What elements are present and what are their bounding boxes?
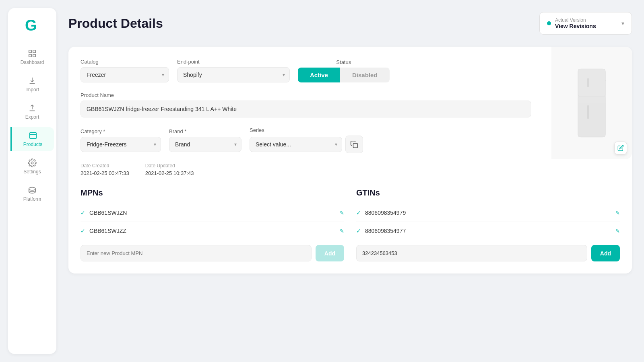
- status-disabled-button[interactable]: Disabled: [340, 68, 390, 82]
- sidebar-label-dashboard: Dashboard: [21, 60, 44, 65]
- category-brand-series-row: Category * Fridge-Freezers ▾ Brand * Bra…: [80, 127, 620, 153]
- svg-rect-2: [33, 50, 35, 53]
- version-text: Actual Version View Revisions: [555, 17, 617, 29]
- svg-rect-1: [29, 50, 31, 53]
- sidebar-item-settings[interactable]: Settings: [10, 154, 54, 179]
- date-updated-label: Date Updated: [145, 163, 194, 169]
- view-revisions-link[interactable]: View Revisions: [555, 23, 617, 29]
- svg-rect-12: [587, 105, 589, 119]
- product-form-card: Catalog Freezer ▾ End-point Shopify ▾: [68, 47, 632, 274]
- version-dot: [547, 21, 551, 25]
- svg-rect-3: [29, 54, 31, 57]
- status-group: Status Active Disabled: [298, 59, 390, 82]
- series-label: Series: [250, 127, 363, 133]
- mpn-add-input[interactable]: [80, 245, 312, 261]
- page-title: Product Details: [68, 16, 163, 31]
- status-active-button[interactable]: Active: [298, 68, 340, 82]
- sidebar-item-dashboard[interactable]: Dashboard: [10, 45, 54, 69]
- catalog-select-wrapper: Freezer ▾: [80, 67, 169, 82]
- brand-group: Brand * Brand ▾: [169, 128, 242, 152]
- sidebar-label-export: Export: [25, 114, 39, 120]
- mpn-item-2: ✓ GBB61SWJZZ ✎: [80, 222, 344, 240]
- gtin-edit-icon-1[interactable]: ✎: [615, 210, 620, 216]
- sidebar-label-settings: Settings: [23, 169, 41, 175]
- gtin-check-icon-1: ✓: [356, 210, 361, 216]
- import-icon: [28, 76, 37, 85]
- sidebar-label-platform: Platform: [23, 196, 41, 202]
- status-label: Status: [298, 59, 390, 65]
- mpn-add-row: Add: [80, 245, 344, 261]
- mpns-gtins-row: MPNs ✓ GBB61SWJZN ✎ ✓ GBB61SWJZZ ✎: [80, 188, 620, 261]
- gtin-item-1: ✓ 8806098354979 ✎: [356, 204, 620, 222]
- dates-row: Date Created 2021-02-25 00:47:33 Date Up…: [80, 163, 620, 176]
- status-toggle: Active Disabled: [298, 68, 390, 82]
- mpn-value-2: GBB61SWJZZ: [89, 228, 126, 234]
- gtin-check-icon-2: ✓: [356, 228, 361, 234]
- sidebar-label-import: Import: [25, 87, 39, 93]
- settings-icon: [28, 158, 37, 167]
- mpn-edit-icon-2[interactable]: ✎: [340, 228, 344, 234]
- svg-point-7: [29, 187, 36, 190]
- date-updated-value: 2021-02-25 10:37:43: [145, 170, 194, 176]
- sidebar-item-platform[interactable]: Platform: [10, 182, 54, 206]
- sidebar-label-products: Products: [23, 142, 42, 147]
- category-group: Category * Fridge-Freezers ▾: [80, 128, 161, 152]
- date-updated-group: Date Updated 2021-02-25 10:37:43: [145, 163, 194, 176]
- catalog-label: Catalog: [80, 59, 169, 65]
- sidebar-item-import[interactable]: Import: [10, 72, 54, 97]
- gtin-add-row: Add: [356, 245, 620, 261]
- catalog-endpoint-row: Catalog Freezer ▾ End-point Shopify ▾: [80, 59, 620, 82]
- sidebar-item-products[interactable]: Products: [10, 127, 54, 151]
- product-name-group: Product Name: [80, 92, 531, 117]
- date-created-value: 2021-02-25 00:47:33: [80, 170, 129, 176]
- gtin-item-2: ✓ 8806098354977 ✎: [356, 222, 620, 240]
- catalog-group: Catalog Freezer ▾: [80, 59, 169, 82]
- gtin-add-button[interactable]: Add: [591, 245, 620, 261]
- product-name-row: Product Name: [80, 92, 620, 117]
- gtin-add-input[interactable]: [356, 245, 587, 261]
- svg-point-6: [31, 162, 33, 164]
- dashboard-icon: [28, 49, 37, 58]
- page-header: Product Details Actual Version View Revi…: [68, 12, 632, 35]
- brand-select-wrapper: Brand ▾: [169, 137, 242, 152]
- svg-rect-10: [578, 96, 605, 137]
- svg-rect-11: [587, 78, 589, 87]
- app-logo[interactable]: G: [23, 16, 41, 34]
- mpns-section: MPNs ✓ GBB61SWJZN ✎ ✓ GBB61SWJZZ ✎: [80, 188, 344, 261]
- series-copy-button[interactable]: [345, 136, 363, 153]
- edit-image-button[interactable]: [614, 142, 627, 154]
- brand-label: Brand *: [169, 128, 242, 134]
- version-label: Actual Version: [555, 17, 617, 23]
- series-select[interactable]: Select value...: [250, 137, 342, 152]
- svg-rect-4: [33, 54, 35, 57]
- series-select-wrapper: Select value... ▾: [250, 137, 342, 152]
- export-icon: [28, 104, 37, 113]
- mpn-add-button[interactable]: Add: [316, 245, 344, 261]
- mpn-edit-icon-1[interactable]: ✎: [340, 210, 344, 216]
- category-select-wrapper: Fridge-Freezers ▾: [80, 137, 161, 152]
- gtin-value-1: 8806098354979: [365, 210, 406, 216]
- svg-rect-9: [578, 69, 605, 97]
- svg-rect-14: [353, 144, 358, 148]
- mpn-value-1: GBB61SWJZN: [89, 210, 127, 216]
- category-select[interactable]: Fridge-Freezers: [80, 137, 161, 152]
- product-name-label: Product Name: [80, 92, 531, 98]
- gtins-title: GTINs: [356, 188, 620, 197]
- gtin-value-2: 8806098354977: [365, 228, 406, 234]
- brand-select[interactable]: Brand: [169, 137, 242, 152]
- endpoint-select[interactable]: Shopify: [177, 67, 290, 82]
- sidebar-item-export[interactable]: Export: [10, 100, 54, 124]
- date-created-label: Date Created: [80, 163, 129, 169]
- sidebar: G Dashboard Import Export Products Setti…: [8, 8, 56, 354]
- endpoint-select-wrapper: Shopify ▾: [177, 67, 290, 82]
- catalog-select[interactable]: Freezer: [80, 67, 169, 82]
- mpn-check-icon-2: ✓: [80, 228, 85, 234]
- platform-icon: [28, 186, 37, 195]
- date-created-group: Date Created 2021-02-25 00:47:33: [80, 163, 129, 176]
- product-name-input[interactable]: [80, 101, 531, 117]
- endpoint-group: End-point Shopify ▾: [177, 59, 290, 82]
- chevron-down-icon: ▾: [621, 20, 624, 27]
- gtin-edit-icon-2[interactable]: ✎: [615, 228, 620, 234]
- gtins-section: GTINs ✓ 8806098354979 ✎ ✓ 8806098354977 …: [356, 188, 620, 261]
- version-badge[interactable]: Actual Version View Revisions ▾: [539, 12, 632, 35]
